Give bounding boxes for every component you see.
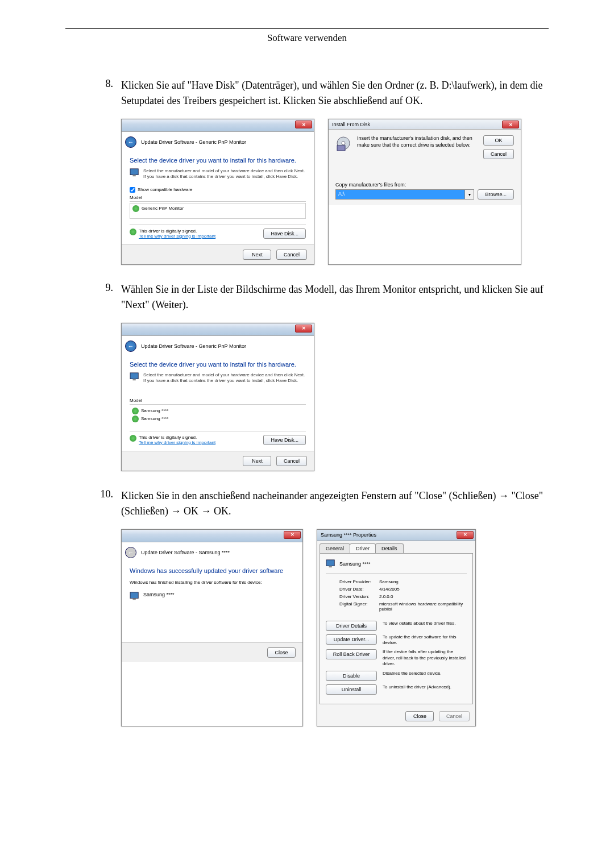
success-subtext: Windows has finished installing the driv… [130, 580, 294, 585]
have-disk-button[interactable]: Have Disk... [263, 435, 306, 445]
svg-rect-4 [337, 146, 345, 151]
version-value: 2.0.0.0 [379, 594, 467, 599]
cert-icon [132, 408, 139, 414]
breadcrumb: Update Driver Software - Generic PnP Mon… [141, 139, 246, 145]
cert-icon [132, 205, 139, 212]
uninstall-button[interactable]: Uninstall [326, 684, 377, 695]
properties-dialog: Samsung **** Properties ✕ General Driver… [317, 529, 476, 726]
cert-icon [132, 416, 139, 422]
step-10: 10. Klicken Sie in den anschießend nache… [65, 488, 549, 519]
tab-general[interactable]: General [320, 543, 350, 553]
ok-button[interactable]: OK [483, 135, 514, 146]
close-icon[interactable]: ✕ [295, 121, 312, 128]
cancel-button: Cancel [439, 711, 470, 721]
rollback-driver-desc: If the device fails after updating the d… [383, 649, 467, 667]
model-name: Samsung **** [141, 416, 168, 421]
next-button[interactable]: Next [243, 456, 271, 466]
monitor-icon [326, 559, 336, 568]
model-name: Samsung **** [141, 408, 168, 413]
path-value: A:\ [336, 190, 464, 199]
version-label: Driver Version: [339, 594, 379, 599]
cancel-button[interactable]: Cancel [276, 456, 307, 466]
svg-rect-0 [130, 169, 138, 175]
disable-button[interactable]: Disable [326, 671, 377, 681]
next-button[interactable]: Next [243, 250, 271, 260]
dialog-title: Install From Disk [332, 122, 370, 127]
path-combobox[interactable]: A:\ ▼ [335, 189, 474, 200]
close-icon[interactable]: ✕ [295, 325, 312, 333]
signer-value: microsoft windows hardware compatibility… [379, 601, 467, 612]
cancel-button[interactable]: Cancel [483, 149, 514, 159]
model-list[interactable]: Samsung **** Samsung **** [130, 406, 306, 425]
uninstall-desc: To uninstall the driver (Advanced). [383, 684, 451, 690]
close-button[interactable]: Close [405, 711, 434, 721]
show-compatible-label: Show compatible hardware [138, 187, 193, 192]
tab-driver[interactable]: Driver [350, 543, 376, 553]
disk-icon [335, 135, 351, 151]
model-item[interactable]: Samsung **** [132, 407, 304, 415]
monitor-icon [130, 592, 140, 601]
back-arrow-icon: ← [125, 547, 136, 558]
update-driver-dialog-1: ✕ ← Update Driver Software - Generic PnP… [121, 119, 314, 265]
svg-rect-8 [132, 598, 135, 600]
date-value: 4/14/2005 [379, 587, 467, 592]
close-button[interactable]: Close [267, 647, 296, 658]
step-text: Klicken Sie in den anschießend nacheinan… [121, 488, 549, 519]
close-icon[interactable]: ✕ [457, 531, 474, 539]
step-text: Klicken Sie auf "Have Disk" (Datenträger… [121, 78, 549, 109]
svg-rect-10 [329, 566, 331, 567]
step-text: Wählen Sie in der Liste der Bildschirme … [121, 282, 549, 313]
shield-icon [130, 229, 136, 235]
rollback-driver-button[interactable]: Roll Back Driver [326, 649, 377, 659]
signer-label: Digital Signer: [339, 601, 379, 612]
model-column-header: Model [130, 195, 306, 202]
page-header: Software verwenden [65, 32, 549, 44]
step-9: 9. Wählen Sie in der Liste der Bildschir… [65, 282, 549, 313]
have-disk-button[interactable]: Have Disk... [263, 229, 306, 239]
driver-details-button[interactable]: Driver Details [326, 621, 377, 631]
svg-point-3 [342, 142, 345, 145]
close-icon[interactable]: ✕ [502, 121, 519, 128]
dialog-subtext: Select the manufacturer and model of you… [143, 168, 306, 180]
monitor-icon [130, 168, 140, 177]
device-name: Samsung **** [143, 592, 175, 597]
sign-info-link[interactable]: Tell me why driver signing is important [139, 234, 215, 239]
svg-rect-1 [132, 175, 135, 177]
model-item[interactable]: Generic PnP Monitor [132, 205, 303, 213]
signed-text: This driver is digitally signed. [139, 435, 215, 440]
browse-button[interactable]: Browse... [478, 189, 514, 200]
svg-rect-5 [130, 373, 138, 379]
model-list[interactable]: Generic PnP Monitor [130, 203, 306, 219]
svg-rect-6 [132, 379, 135, 380]
model-item[interactable]: Samsung **** [132, 415, 304, 423]
show-compatible-checkbox[interactable] [130, 187, 135, 193]
update-driver-button[interactable]: Update Driver... [326, 634, 377, 645]
monitor-icon [130, 372, 140, 381]
update-driver-desc: To update the driver software for this d… [383, 634, 467, 646]
install-from-disk-dialog: Install From Disk ✕ Insert the manufactu… [328, 119, 521, 265]
signed-text: This driver is digitally signed. [139, 229, 215, 234]
date-label: Driver Date: [339, 587, 379, 592]
breadcrumb: Update Driver Software - Generic PnP Mon… [141, 343, 246, 349]
provider-label: Driver Provider: [339, 579, 379, 584]
update-driver-dialog-2: ✕ ← Update Driver Software - Generic PnP… [121, 323, 314, 471]
cancel-button[interactable]: Cancel [276, 250, 307, 260]
sign-info-link[interactable]: Tell me why driver signing is important [139, 440, 215, 445]
chevron-down-icon[interactable]: ▼ [464, 190, 474, 199]
dialog-title: Samsung **** Properties [321, 532, 376, 538]
tab-details[interactable]: Details [375, 543, 404, 553]
step-number: 9. [65, 282, 121, 313]
model-column-header: Model [130, 398, 306, 405]
close-icon[interactable]: ✕ [284, 531, 301, 539]
svg-rect-7 [130, 592, 138, 598]
step-number: 10. [65, 488, 121, 519]
step-number: 8. [65, 78, 121, 109]
update-success-dialog: ✕ ← Update Driver Software - Samsung ***… [121, 529, 303, 726]
back-arrow-icon[interactable]: ← [125, 340, 136, 352]
svg-rect-9 [326, 559, 334, 566]
driver-details-desc: To view details about the driver files. [383, 621, 456, 626]
install-disk-text: Insert the manufacturer's installation d… [357, 135, 478, 148]
device-name: Samsung **** [339, 561, 371, 567]
back-arrow-icon[interactable]: ← [125, 136, 136, 148]
shield-icon [130, 435, 136, 442]
